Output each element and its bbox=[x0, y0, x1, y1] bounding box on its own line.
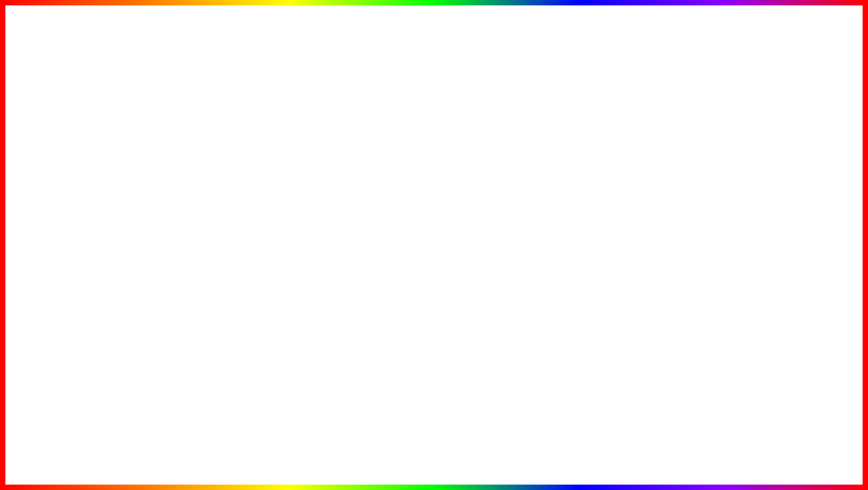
knife-image bbox=[743, 321, 831, 408]
innocent-item-gun-status: Gun Status bbox=[722, 178, 825, 188]
title-container: MURDER MYSTERY 2 bbox=[0, 4, 868, 67]
farm-caret: ^ bbox=[246, 134, 249, 141]
right-panel-titlebar: Kidachi V2 | discord.gg/4YSVKEem6U | Mur… bbox=[579, 129, 829, 141]
enable-esp-toggle[interactable] bbox=[710, 171, 714, 175]
esp-item-tracers: Player Tracers bbox=[641, 178, 714, 189]
mm2-minus[interactable]: - bbox=[267, 201, 269, 209]
invisible-btn[interactable]: Invisible bbox=[175, 238, 270, 251]
mm2-yt-label: YT: Tora IsMe bbox=[176, 271, 206, 276]
esp-section-header: ESP ^ bbox=[641, 159, 714, 165]
right-sidebar-player-abuse[interactable]: Player Abuse bbox=[579, 184, 637, 198]
right-sidebar-roles[interactable]: Roles bbox=[579, 171, 637, 184]
changelogs-label: Changelogs: bbox=[110, 177, 174, 182]
change-player-mods[interactable]: Player Mods bbox=[110, 204, 174, 214]
left-panel-controls: — ✕ bbox=[235, 121, 249, 128]
sidebar-item-roles[interactable]: Roles bbox=[44, 160, 106, 174]
godmode-toggle[interactable] bbox=[233, 176, 250, 184]
char-head bbox=[416, 193, 452, 229]
svg-line-0 bbox=[774, 342, 803, 384]
right-panel-title: Kidachi V2 | discord.gg/4YSVKEem6U | Mur… bbox=[583, 132, 711, 138]
ball-farm-label: Ball Farm bbox=[176, 227, 203, 233]
innocent-section: Innocent ^ Auto Grab Gun Gun Status Grab… bbox=[718, 155, 829, 299]
misc-section: Functions: Firetouchinterest = ✕ Hookmet… bbox=[107, 145, 179, 289]
r-window-1 bbox=[810, 72, 850, 103]
right-tab-player-abuse[interactable]: Player Abuse bbox=[640, 141, 690, 155]
beach-ball-label: Beach Ball bbox=[176, 215, 206, 222]
sheriff-section: Sheriff ^ Shoot Murderer bbox=[722, 202, 825, 223]
knife-box bbox=[742, 319, 832, 409]
r-window-2 bbox=[756, 72, 796, 103]
char-arm-right bbox=[447, 229, 458, 265]
player-text-toggle[interactable] bbox=[710, 192, 714, 197]
credits-label: Credits: bbox=[110, 219, 174, 225]
esp-section: ESP ^ Enable Esp Player Tracers Player T… bbox=[637, 155, 718, 299]
right-panel-nav: Main Roles Player Abuse bbox=[579, 141, 829, 155]
mm2-beach-ball-section: Beach Ball - bbox=[172, 213, 273, 225]
sidebar-item-player-abuse[interactable]: Player Abuse bbox=[44, 174, 106, 187]
char-ear bbox=[412, 205, 418, 214]
left-panel-titlebar: Kidachi V2 | discord.gg/4YSVKEem6U | Mur… bbox=[44, 119, 253, 131]
window-1 bbox=[9, 81, 45, 108]
right-panel-controls: — ✕ bbox=[811, 132, 824, 138]
right-sidebar-main[interactable]: Main bbox=[579, 157, 637, 171]
boot-right bbox=[429, 306, 446, 317]
player-tracers-toggle[interactable] bbox=[710, 182, 714, 186]
upd-text: UPD bbox=[157, 445, 229, 481]
window-2 bbox=[54, 81, 90, 108]
func-item-2: Hookmetamethod = ✕ bbox=[110, 163, 174, 171]
tab-main[interactable]: Main bbox=[44, 131, 73, 144]
pastebin-text: PASTEBIN bbox=[539, 445, 711, 481]
innocent-item-grab-gun: Grab Gun bbox=[722, 188, 825, 198]
beach-ball bbox=[607, 301, 679, 373]
right-minimize-btn[interactable]: — bbox=[811, 132, 816, 138]
panel-mm2: MM2 - Beach Ball - Ball Farm Invisible A… bbox=[171, 198, 274, 280]
svg-line-1 bbox=[778, 341, 804, 382]
title-space bbox=[394, 5, 409, 66]
coin-dropdown[interactable]: ▾ bbox=[247, 157, 250, 162]
speed-row: Speed 25 bbox=[182, 164, 250, 169]
mm2-buttons: Invisible Anti AFK bbox=[172, 236, 273, 268]
char-flame bbox=[427, 155, 441, 178]
svg-point-3 bbox=[802, 343, 804, 345]
right-panel-body: Main Roles Player Abuse ESP ^ Enable Esp… bbox=[579, 155, 829, 299]
mm2-version: v bbox=[267, 271, 269, 276]
char-eye-left bbox=[425, 212, 430, 217]
gun-status-toggle[interactable] bbox=[821, 181, 825, 186]
right-close-btn[interactable]: ✕ bbox=[820, 132, 824, 138]
event-badge-text: EVENT bbox=[646, 370, 694, 386]
func-item-1: Firetouchinterest = ✕ bbox=[110, 156, 174, 163]
left-minimize-btn[interactable]: — bbox=[235, 121, 241, 128]
right-tab-main[interactable]: Main bbox=[579, 141, 608, 155]
grab-gun-toggle[interactable] bbox=[821, 191, 825, 196]
title-mystery: MYSTERY bbox=[411, 5, 699, 66]
anti-afk-btn[interactable]: Anti AFK bbox=[175, 253, 270, 265]
mm2-header: MM2 - bbox=[172, 199, 273, 213]
mm2-ball-farm-section: Ball Farm bbox=[172, 225, 273, 236]
esp-item-boxes: Player Boxes bbox=[641, 200, 714, 211]
window-3 bbox=[9, 126, 45, 153]
change-murderer[interactable]: Murderer Stuff bbox=[110, 184, 174, 194]
beach-ball-minus[interactable]: - bbox=[267, 214, 269, 223]
player-boxes-toggle[interactable] bbox=[710, 203, 714, 208]
developer-credit: Developer: .deity_ bbox=[110, 225, 174, 230]
mm2-title: MM2 bbox=[176, 202, 188, 209]
char-arm-left bbox=[402, 229, 413, 265]
sidebar-item-main[interactable]: Main bbox=[44, 147, 106, 160]
right-sidebar: Main Roles Player Abuse bbox=[579, 155, 637, 299]
change-troll[interactable]: Troll Stuff bbox=[110, 194, 174, 204]
ball-farm-toggle[interactable] bbox=[263, 227, 269, 233]
ui-credit: UI: mrpectable bbox=[110, 230, 174, 236]
bottom-text: UPD SUMMER SCRIPT PASTEBIN bbox=[0, 444, 868, 481]
right-tab-roles[interactable]: Roles bbox=[608, 141, 640, 155]
speed-slider[interactable] bbox=[182, 171, 250, 173]
auto-grab-gun-toggle[interactable] bbox=[821, 171, 825, 176]
type-of-coin-row: Type of Coin: ▾ bbox=[182, 156, 250, 162]
left-close-btn[interactable]: ✕ bbox=[244, 121, 249, 128]
godmode-row: Godmode bbox=[182, 176, 250, 184]
innocent-item-auto-grab: Auto Grab Gun bbox=[722, 169, 825, 178]
left-panel-title: Kidachi V2 | discord.gg/4YSVKEem6U | Mur… bbox=[48, 122, 176, 127]
left-sidebar: Main Roles Player Abuse bbox=[44, 145, 107, 289]
mm2-footer: YT: Tora IsMe v bbox=[172, 268, 273, 279]
misc-caret: ^ bbox=[156, 134, 159, 141]
settings-label: Settings: bbox=[182, 148, 250, 154]
